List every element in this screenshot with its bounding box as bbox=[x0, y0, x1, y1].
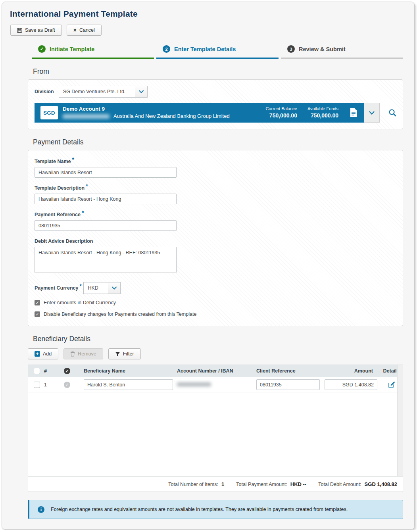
redacted-account-number bbox=[63, 114, 110, 119]
total-items-label: Total Number of Items: bbox=[168, 482, 218, 487]
beneficiary-name-input[interactable] bbox=[84, 379, 173, 390]
payment-reference-input[interactable] bbox=[35, 220, 177, 231]
required-asterisk: * bbox=[72, 156, 74, 163]
beneficiary-table-totals: Total Number of Items: 1 Total Payment A… bbox=[28, 476, 403, 492]
remove-beneficiary-button[interactable]: Remove bbox=[63, 348, 103, 359]
payment-currency-value: HKD bbox=[83, 282, 108, 294]
account-bank-name: Australia And New Zealand Banking Group … bbox=[113, 113, 230, 120]
step1-label: Initiate Template bbox=[50, 46, 94, 52]
enter-amounts-debit-currency-checkbox[interactable]: ✓ bbox=[35, 300, 40, 305]
redacted-beneficiary-account-number bbox=[177, 382, 211, 386]
save-as-draft-button[interactable]: Save as Draft bbox=[10, 25, 62, 36]
total-payment-amount-value: HKD -- bbox=[290, 481, 306, 487]
cancel-button[interactable]: × Cancel bbox=[67, 25, 102, 36]
fx-info-text: Foreign exchange rates and equivalent am… bbox=[51, 507, 348, 512]
row-status-check-icon: ✓ bbox=[64, 382, 70, 388]
template-description-input[interactable] bbox=[35, 194, 177, 204]
step3-number-icon: 3 bbox=[287, 45, 295, 53]
account-expand-chevron-down-icon[interactable] bbox=[364, 103, 380, 123]
total-debit-amount-value: SGD 1,408.82 bbox=[365, 481, 397, 487]
step-enter-template-details[interactable]: 2 Enter Template Details bbox=[156, 45, 279, 59]
step2-label: Enter Template Details bbox=[174, 46, 236, 52]
payment-details-heading: Payment Details bbox=[33, 138, 403, 146]
beneficiary-details-heading: Beneficiary Details bbox=[33, 335, 403, 343]
fx-info-banner: i Foreign exchange rates and equivalent … bbox=[28, 500, 403, 519]
required-asterisk: * bbox=[82, 209, 84, 216]
debit-account-row: SGD Demo Account 9 Australia And New Zea… bbox=[35, 103, 396, 123]
account-search-icon[interactable] bbox=[388, 109, 396, 117]
step-review-submit[interactable]: 3 Review & Submit bbox=[281, 45, 403, 59]
available-funds-value: 750,000.00 bbox=[307, 112, 338, 120]
table-vertical-scrollbar[interactable] bbox=[397, 365, 403, 476]
cancel-label: Cancel bbox=[79, 27, 95, 33]
total-debit-amount-label: Total Debit Amount: bbox=[318, 482, 361, 487]
from-panel: Division SG Demo Ventures Pte. Ltd. SGD … bbox=[28, 79, 403, 129]
filter-funnel-icon bbox=[115, 351, 120, 357]
beneficiary-actions: + Add Remove Filter bbox=[28, 348, 403, 359]
row-select-checkbox[interactable] bbox=[34, 382, 40, 388]
current-balance-value: 750,000.00 bbox=[265, 112, 297, 120]
division-select[interactable]: SG Demo Ventures Pte. Ltd. bbox=[59, 86, 148, 98]
step-initiate-template[interactable]: ✓ Initiate Template bbox=[32, 45, 154, 59]
save-icon bbox=[17, 28, 22, 33]
division-chevron-down-icon[interactable] bbox=[135, 86, 148, 98]
info-icon: i bbox=[38, 506, 44, 513]
client-reference-input[interactable] bbox=[256, 379, 320, 390]
account-statement-icon[interactable] bbox=[350, 108, 357, 117]
available-funds-label: Available Funds bbox=[307, 106, 338, 112]
template-name-label: Template Name bbox=[35, 159, 71, 164]
account-name: Demo Account 9 bbox=[63, 106, 230, 113]
step2-number-icon: 2 bbox=[163, 45, 170, 53]
trash-icon bbox=[70, 351, 75, 357]
column-beneficiary-name: Beneficiary Name bbox=[84, 368, 177, 374]
validation-status-icon: ✓ bbox=[64, 368, 70, 374]
debit-advice-description-textarea[interactable]: Hawaiian Islands Resort - Hong Kong - RE… bbox=[35, 247, 177, 273]
amount-input[interactable] bbox=[325, 379, 377, 390]
beneficiary-table-header: # ✓ Beneficiary Name Account Number / IB… bbox=[28, 365, 403, 377]
save-as-draft-label: Save as Draft bbox=[25, 27, 55, 33]
page-title: International Payment Template bbox=[10, 9, 414, 19]
template-name-input[interactable] bbox=[35, 167, 177, 178]
edit-details-icon[interactable] bbox=[388, 381, 395, 388]
payment-currency-label: Payment Currency bbox=[35, 285, 78, 291]
column-client-reference: Client Reference bbox=[256, 368, 325, 374]
from-section-heading: From bbox=[33, 67, 403, 76]
filter-label: Filter bbox=[123, 351, 134, 357]
payment-currency-chevron-down-icon[interactable] bbox=[108, 282, 121, 294]
disable-beneficiary-changes-checkbox[interactable]: ✓ bbox=[35, 311, 40, 317]
add-label: Add bbox=[43, 351, 52, 357]
beneficiary-table: # ✓ Beneficiary Name Account Number / IB… bbox=[28, 365, 403, 492]
payment-reference-label: Payment Reference bbox=[35, 212, 81, 217]
column-number: # bbox=[44, 368, 64, 374]
toolbar: Save as Draft × Cancel bbox=[10, 25, 414, 36]
debit-account-card[interactable]: SGD Demo Account 9 Australia And New Zea… bbox=[35, 103, 364, 123]
step1-complete-check-icon: ✓ bbox=[38, 45, 46, 53]
plus-icon: + bbox=[35, 351, 40, 357]
step3-label: Review & Submit bbox=[299, 46, 346, 52]
division-selected-value: SG Demo Ventures Pte. Ltd. bbox=[59, 86, 135, 98]
column-amount: Amount bbox=[325, 368, 380, 374]
required-asterisk: * bbox=[79, 283, 81, 289]
column-account-number: Account Number / IBAN bbox=[177, 368, 256, 374]
payment-details-panel: Template Name* Template Description* Pay… bbox=[28, 150, 403, 326]
account-currency-badge: SGD bbox=[40, 106, 58, 119]
debit-advice-description-label: Debit Advice Description bbox=[35, 238, 93, 244]
disable-beneficiary-changes-label: Disable Beneficiary changes for Payments… bbox=[44, 311, 196, 317]
current-balance-label: Current Balance bbox=[265, 106, 297, 112]
payment-currency-select[interactable]: HKD bbox=[83, 282, 121, 294]
select-all-checkbox[interactable] bbox=[34, 368, 40, 374]
template-description-label: Template Description bbox=[35, 185, 85, 191]
division-label: Division bbox=[35, 89, 54, 94]
total-items-value: 1 bbox=[221, 481, 224, 487]
add-beneficiary-button[interactable]: + Add bbox=[28, 348, 58, 359]
total-payment-amount-label: Total Payment Amount: bbox=[236, 482, 287, 487]
step-indicator: ✓ Initiate Template 2 Enter Template Det… bbox=[32, 45, 403, 59]
row-number: 1 bbox=[44, 382, 64, 388]
table-empty-area bbox=[28, 392, 403, 476]
beneficiary-table-row: 1 ✓ bbox=[28, 377, 403, 392]
enter-amounts-debit-currency-label: Enter Amounts in Debit Currency bbox=[44, 300, 116, 305]
required-asterisk: * bbox=[86, 183, 88, 189]
international-payment-template-page: International Payment Template Save as D… bbox=[2, 2, 415, 530]
remove-label: Remove bbox=[78, 351, 96, 357]
filter-button[interactable]: Filter bbox=[108, 348, 141, 359]
